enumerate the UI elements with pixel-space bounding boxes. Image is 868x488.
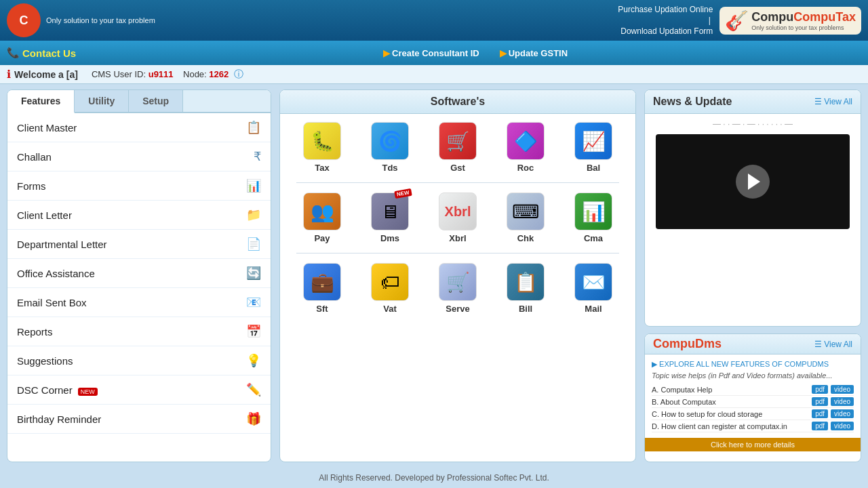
- phone-icon: 📞: [7, 47, 20, 59]
- pay-label: Pay: [314, 233, 330, 243]
- video-link[interactable]: video: [831, 422, 854, 430]
- sw-sft[interactable]: 💼 Sft: [295, 263, 349, 314]
- sw-pay[interactable]: 👥 Pay: [295, 192, 349, 243]
- sw-xbrl[interactable]: Xbrl Xbrl: [431, 192, 485, 243]
- logo-icon: C: [7, 3, 41, 37]
- tab-utility[interactable]: Utility: [75, 90, 129, 112]
- sw-cma[interactable]: 📊 Cma: [566, 192, 620, 243]
- vat-label: Vat: [383, 304, 397, 314]
- news-content: — · · — · — · · · · · · —: [645, 114, 861, 237]
- menu-email-sent[interactable]: Email Sent Box 📧: [7, 288, 271, 317]
- software-row-1: 🐛 Tax 🌀 Tds 🛒 Gst 🔷 Roc 📈 Bal: [288, 122, 627, 173]
- dms-icon: 🖥 NEW: [371, 192, 409, 230]
- dms-list-item: A. Computax Help pdf video: [652, 384, 854, 396]
- sw-bill[interactable]: 📋 Bill: [498, 263, 553, 314]
- dms-header: CompuDms ☰ View All: [645, 334, 861, 354]
- dms-explore-text: Topic wise helps (in Pdf and Video forma…: [652, 371, 854, 380]
- video-link[interactable]: video: [831, 409, 854, 418]
- sft-icon: 💼: [303, 263, 341, 301]
- update-gstin-link[interactable]: ▶ Update GSTIN: [500, 48, 568, 58]
- dsc-icon: ✏️: [246, 382, 261, 397]
- dms-more-button[interactable]: Click here to more details: [645, 438, 861, 451]
- list-icon: ☰: [814, 97, 822, 106]
- brand-links: Purchase Updation Online | Download Upda…: [618, 5, 713, 36]
- vat-icon: 🏷: [371, 263, 409, 301]
- sw-mail[interactable]: ✉️ Mail: [566, 263, 620, 314]
- birthday-icon: 🎁: [246, 411, 261, 426]
- software-row-2: 👥 Pay 🖥 NEW Dms Xbrl Xbrl ⌨ Chk: [288, 192, 627, 243]
- dms-list-item: B. About Computax pdf video: [652, 396, 854, 408]
- video-link[interactable]: video: [831, 397, 854, 406]
- bill-label: Bill: [519, 304, 532, 314]
- news-dots: — · · — · — · · · · · · —: [650, 119, 855, 129]
- dms-panel: CompuDms ☰ View All ▶ EXPLORE ALL NEW FE…: [644, 333, 861, 462]
- dms-content: ▶ EXPLORE ALL NEW FEATURES OF COMPUDMS T…: [645, 354, 861, 438]
- menu-challan[interactable]: Challan ₹: [7, 142, 271, 171]
- software-grid: 🐛 Tax 🌀 Tds 🛒 Gst 🔷 Roc 📈 Bal: [280, 114, 635, 322]
- client-master-icon: 📋: [246, 120, 261, 135]
- play-triangle-icon: [748, 174, 760, 190]
- menu-forms[interactable]: Forms 📊: [7, 171, 271, 201]
- divider-2: [296, 253, 619, 253]
- suggestions-icon: 💡: [246, 353, 261, 368]
- purchase-link[interactable]: Purchase Updation Online: [618, 5, 713, 14]
- info-icon: ℹ: [7, 68, 11, 81]
- forms-icon: 📊: [246, 178, 261, 193]
- menu-client-master[interactable]: Client Master 📋: [7, 113, 271, 142]
- email-sent-icon: 📧: [246, 295, 261, 310]
- xbrl-label: Xbrl: [449, 233, 466, 243]
- tax-icon: 🐛: [303, 122, 341, 160]
- cms-info: CMS User ID: u9111 Node: 1262 ⓘ: [92, 68, 243, 81]
- video-player[interactable]: [656, 134, 850, 229]
- sw-dms[interactable]: 🖥 NEW Dms: [363, 192, 417, 243]
- menu-dsc-corner[interactable]: DSC Corner NEW ✏️: [7, 375, 271, 405]
- contact-us-link[interactable]: 📞 Contact Us: [7, 47, 76, 59]
- play-button[interactable]: [736, 165, 770, 199]
- help-icon[interactable]: ⓘ: [234, 68, 243, 79]
- sw-roc[interactable]: 🔷 Roc: [498, 122, 553, 173]
- serve-label: Serve: [446, 304, 469, 314]
- roc-label: Roc: [517, 163, 534, 173]
- tab-features[interactable]: Features: [7, 90, 75, 113]
- download-link[interactable]: Download Updation Form: [620, 26, 713, 36]
- menu-dept-letter[interactable]: Departmental Letter 📄: [7, 230, 271, 259]
- second-bar-links: ▶ Create Consultant ID ▶ Update GSTIN: [90, 48, 861, 58]
- news-view-all[interactable]: ☰ View All: [814, 97, 852, 106]
- tab-setup[interactable]: Setup: [129, 90, 183, 112]
- right-brand: Purchase Updation Online | Download Upda…: [618, 5, 861, 36]
- menu-birthday-reminder[interactable]: Birthday Reminder 🎁: [7, 405, 271, 434]
- menu-reports[interactable]: Reports 📅: [7, 317, 271, 346]
- bill-icon: 📋: [507, 263, 545, 301]
- video-link[interactable]: video: [831, 385, 854, 394]
- sw-bal[interactable]: 📈 Bal: [566, 122, 620, 173]
- footer: All Rights Reserved. Developed by Profes…: [0, 468, 868, 488]
- dms-list: A. Computax Help pdf video B. About Comp…: [652, 384, 854, 432]
- brand-sub: Only solution to your tax problems: [751, 24, 856, 31]
- reports-icon: 📅: [246, 324, 261, 339]
- divider-1: [296, 182, 619, 183]
- menu-suggestions[interactable]: Suggestions 💡: [7, 346, 271, 375]
- pdf-link[interactable]: pdf: [812, 409, 828, 418]
- sw-serve[interactable]: 🛒 Serve: [431, 263, 485, 314]
- arrow-icon: ▶: [500, 48, 507, 58]
- pay-icon: 👥: [303, 192, 341, 230]
- menu-office-assistance[interactable]: Office Assistance 🔄: [7, 259, 271, 288]
- mail-label: Mail: [585, 304, 601, 314]
- menu-client-letter[interactable]: Client Letter 📁: [7, 201, 271, 230]
- sw-chk[interactable]: ⌨ Chk: [498, 192, 553, 243]
- dms-subtitle: ▶ EXPLORE ALL NEW FEATURES OF COMPUDMS: [652, 360, 854, 369]
- menu-list: Client Master 📋 Challan ₹ Forms 📊 Client…: [7, 113, 271, 462]
- brand-name: CompuCompuTax: [751, 10, 856, 24]
- dms-view-all[interactable]: ☰ View All: [814, 340, 852, 349]
- sw-gst[interactable]: 🛒 Gst: [431, 122, 485, 173]
- roc-icon: 🔷: [507, 122, 545, 160]
- sw-tds[interactable]: 🌀 Tds: [363, 122, 417, 173]
- sw-tax[interactable]: 🐛 Tax: [295, 122, 349, 173]
- sw-vat[interactable]: 🏷 Vat: [363, 263, 417, 314]
- pdf-link[interactable]: pdf: [812, 422, 828, 430]
- pdf-link[interactable]: pdf: [812, 385, 828, 394]
- pdf-link[interactable]: pdf: [812, 397, 828, 406]
- second-bar: 📞 Contact Us ▶ Create Consultant ID ▶ Up…: [0, 41, 868, 65]
- chk-label: Chk: [517, 233, 534, 243]
- create-consultant-link[interactable]: ▶ Create Consultant ID: [383, 48, 479, 58]
